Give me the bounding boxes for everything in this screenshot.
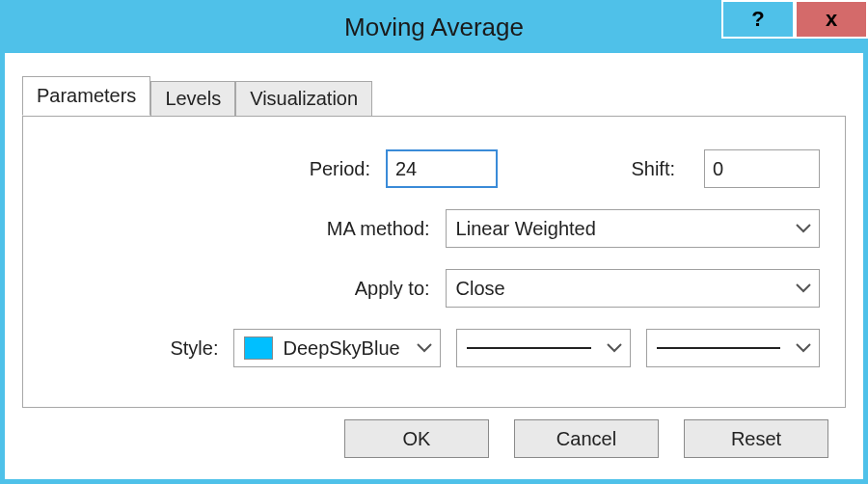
help-icon: ? [751,7,764,32]
style-linetype-select[interactable] [456,329,630,367]
style-label: Style: [48,337,233,360]
apply-to-label: Apply to: [48,278,446,300]
ma-method-select[interactable]: Linear Weighted [446,209,820,248]
tab-levels[interactable]: Levels [150,81,235,117]
apply-to-select[interactable]: Close [446,269,820,308]
tab-pane-parameters: Period: Shift: MA method: Linear Weighte… [22,116,846,408]
chevron-down-icon [796,343,811,353]
tab-strip: Parameters Levels Visualization [22,76,846,116]
chevron-down-icon [796,283,811,293]
ma-method-value: Linear Weighted [456,218,596,240]
color-swatch [244,336,273,360]
dialog-window: Moving Average ? x Parameters Levels Vis… [0,0,868,484]
chevron-down-icon [607,343,622,353]
titlebar: Moving Average ? x [5,5,863,53]
cancel-button[interactable]: Cancel [514,419,659,458]
dialog-footer: OK Cancel Reset [22,408,846,470]
row-style: Style: DeepSkyBlue [48,329,820,367]
window-title: Moving Average [344,13,524,42]
row-apply-to: Apply to: Close [48,269,820,308]
shift-input[interactable] [704,149,820,188]
tab-visualization[interactable]: Visualization [235,81,372,117]
reset-button[interactable]: Reset [684,419,828,458]
apply-to-value: Close [456,278,505,300]
chevron-down-icon [417,343,432,353]
window-controls: ? x [721,0,868,39]
row-ma-method: MA method: Linear Weighted [48,209,820,248]
help-button[interactable]: ? [721,0,795,39]
ma-method-label: MA method: [48,218,446,240]
close-button[interactable]: x [795,0,868,39]
style-color-select[interactable]: DeepSkyBlue [233,329,441,367]
close-icon: x [826,7,837,32]
period-input[interactable] [386,149,498,188]
tab-parameters[interactable]: Parameters [22,76,150,116]
line-preview-icon [657,347,780,349]
style-color-value: DeepSkyBlue [283,337,399,360]
style-linewidth-select[interactable] [646,329,820,367]
ok-button[interactable]: OK [344,419,489,458]
row-period-shift: Period: Shift: [48,149,820,188]
chevron-down-icon [796,224,811,233]
line-preview-icon [467,347,590,349]
period-label: Period: [48,158,386,180]
shift-label: Shift: [498,158,691,180]
client-area: Parameters Levels Visualization Period: … [5,53,863,479]
